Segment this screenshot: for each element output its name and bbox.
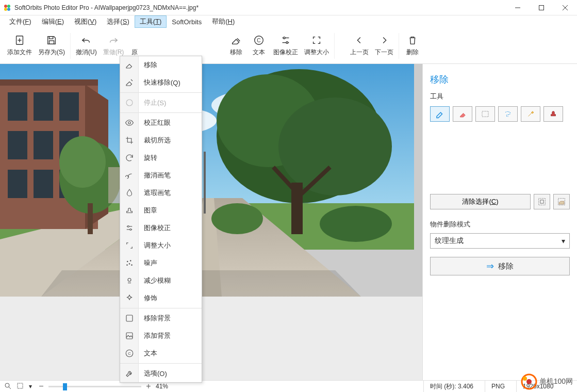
dd-text[interactable]: 文本 <box>139 345 202 362</box>
dd-noise[interactable]: 噪声 <box>139 254 202 272</box>
svg-point-0 <box>4 5 7 8</box>
noise-icon <box>120 254 138 272</box>
svg-point-28 <box>129 264 130 265</box>
save-as-button[interactable]: 另存为(S) <box>35 32 68 59</box>
mode-label: 物件删除模式 <box>430 220 570 229</box>
sparkle-icon <box>120 289 138 307</box>
svg-point-23 <box>127 226 129 227</box>
original-button[interactable]: 原 <box>127 32 142 59</box>
svg-point-21 <box>128 122 130 124</box>
mode-select[interactable]: 纹理生成▾ <box>430 233 570 249</box>
delete-button[interactable]: 删除 <box>401 32 424 59</box>
app-logo-icon <box>3 4 11 12</box>
zoom-out-button[interactable]: − <box>37 382 45 391</box>
dd-remove[interactable]: 移除 <box>139 56 202 74</box>
load-selection-button[interactable] <box>553 194 570 209</box>
menu-help[interactable]: 帮助(H) <box>207 15 240 28</box>
watermark-logo-icon <box>521 373 537 390</box>
svg-point-30 <box>126 265 127 266</box>
svg-point-20 <box>126 100 133 106</box>
svg-point-1 <box>7 5 10 8</box>
menu-select[interactable]: 选择(S) <box>102 15 134 28</box>
clear-selection-button[interactable]: 清除选择(C) <box>430 194 531 209</box>
prev-page-button[interactable]: 上一页 <box>347 32 372 59</box>
close-button[interactable] <box>553 0 577 15</box>
minimize-button[interactable] <box>506 0 530 15</box>
svg-point-29 <box>131 265 132 266</box>
svg-point-78 <box>523 377 527 381</box>
dd-stamp[interactable]: 图章 <box>139 202 202 219</box>
save-selection-button[interactable] <box>534 194 550 209</box>
dd-undo-brush[interactable]: 撤消画笔 <box>139 167 202 184</box>
dd-crop[interactable]: 裁切所选 <box>139 132 202 149</box>
toolbar: 添加文件 另存为(S) 撤消(U) 重做(R) 原 移除 C文本 图像校正 调整… <box>0 28 577 64</box>
dd-remove-bg[interactable]: 移除背景 <box>139 309 202 327</box>
fit-icon[interactable] <box>4 382 11 391</box>
svg-rect-51 <box>8 170 27 198</box>
dd-options[interactable]: 选项(O) <box>139 365 202 382</box>
remove-bg-icon <box>120 309 138 327</box>
tools-dropdown: C 移除 快速移除(Q) 停止(S) 校正红眼 裁切所选 旋转 撤消画笔 遮瑕画… <box>120 56 202 383</box>
menu-edit[interactable]: 编辑(E) <box>37 15 69 28</box>
redo-button[interactable]: 重做(R) <box>100 32 127 59</box>
svg-point-17 <box>284 37 286 39</box>
zoom-in-button[interactable]: + <box>144 382 153 391</box>
brush-undo-icon <box>120 167 138 184</box>
actual-size-icon[interactable] <box>17 382 24 391</box>
dd-retouch[interactable]: 修饰 <box>139 289 202 307</box>
svg-line-74 <box>9 387 11 389</box>
next-page-button[interactable]: 下一页 <box>372 32 397 59</box>
svg-point-77 <box>526 379 532 384</box>
magic-wand-tool[interactable] <box>521 106 540 122</box>
resize-button[interactable]: 调整大小 <box>301 32 332 59</box>
text-circle-icon: C <box>120 345 138 362</box>
titlebar: SoftOrbits Photo Editor Pro - AIWallpape… <box>0 0 577 15</box>
lasso-tool[interactable] <box>498 106 518 122</box>
svg-rect-11 <box>49 37 53 39</box>
rotate-icon <box>120 149 138 167</box>
resize-icon <box>120 237 138 254</box>
dd-concealer[interactable]: 遮瑕画笔 <box>139 184 202 202</box>
svg-point-65 <box>320 206 392 242</box>
zoom-slider[interactable] <box>48 386 141 387</box>
wrench-icon <box>120 365 138 382</box>
dd-resize[interactable]: 调整大小 <box>139 237 202 254</box>
menu-softorbits[interactable]: SoftOrbits <box>167 17 207 27</box>
eraser-tool[interactable] <box>453 106 472 122</box>
svg-rect-70 <box>482 111 488 117</box>
maximize-button[interactable] <box>530 0 553 15</box>
menu-view[interactable]: 视图(V) <box>69 15 102 28</box>
correction-button[interactable]: 图像校正 <box>270 32 301 59</box>
remove-action-button[interactable]: ⇒移除 <box>430 257 570 275</box>
canvas-area[interactable] <box>0 64 422 380</box>
watermark: 单机100网 <box>521 373 573 390</box>
stamp-tool[interactable] <box>543 106 563 122</box>
chevron-down-icon: ▾ <box>562 237 565 245</box>
dd-add-bg[interactable]: 添加背景 <box>139 327 202 345</box>
remove-tool-button[interactable]: 移除 <box>225 32 248 59</box>
dd-correction[interactable]: 图像校正 <box>139 219 202 237</box>
menu-file[interactable]: 文件(F) <box>4 15 37 28</box>
menu-tools[interactable]: 工具(T) <box>135 15 167 28</box>
sliders-icon <box>120 219 138 237</box>
svg-rect-45 <box>8 92 27 121</box>
statusbar: ▾ − + 41% 时间 (秒): 3.406 PNG 1920x1080 <box>0 380 577 392</box>
stop-icon <box>120 94 138 111</box>
dd-rotate[interactable]: 旋转 <box>139 149 202 167</box>
add-file-button[interactable]: 添加文件 <box>4 32 35 59</box>
svg-rect-32 <box>126 315 133 321</box>
dd-redeye[interactable]: 校正红眼 <box>139 114 202 132</box>
svg-rect-68 <box>204 152 206 214</box>
dd-quick-remove[interactable]: 快速移除(Q) <box>139 74 202 91</box>
undo-button[interactable]: 撤消(U) <box>73 32 100 59</box>
svg-rect-71 <box>539 199 546 205</box>
marker-tool[interactable] <box>430 106 450 122</box>
rect-select-tool[interactable] <box>475 106 495 122</box>
svg-point-25 <box>129 229 131 231</box>
svg-point-2 <box>4 8 7 11</box>
stamp-icon <box>120 202 138 219</box>
arrow-right-icon: ⇒ <box>486 260 494 272</box>
svg-rect-52 <box>34 170 53 198</box>
text-tool-button[interactable]: C文本 <box>248 32 270 59</box>
dd-deblur[interactable]: 减少模糊 <box>139 272 202 289</box>
